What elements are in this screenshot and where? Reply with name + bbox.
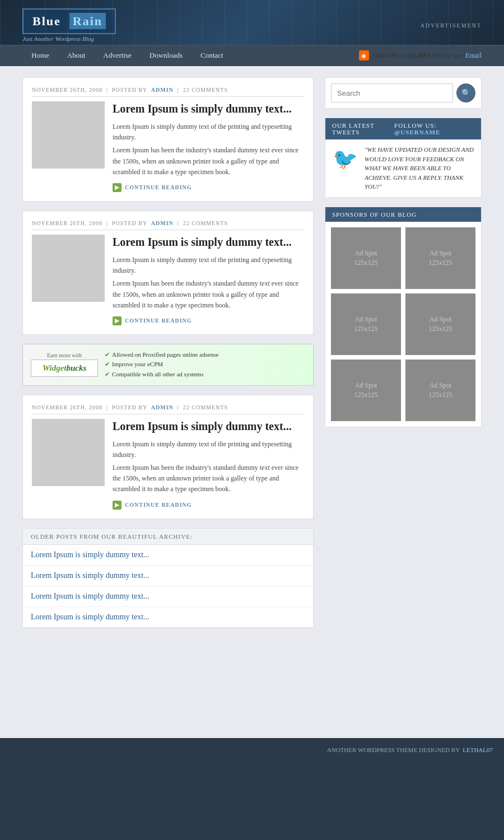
post-2-posted-by: POSTED BY (112, 220, 147, 226)
search-button[interactable]: 🔍 (456, 83, 475, 102)
post-3-continue[interactable]: ▶ CONTINUE READING (113, 501, 304, 510)
nav-item-contact[interactable]: Contact (192, 45, 232, 66)
logo-box[interactable]: Blue Rain (22, 8, 116, 34)
arrow-icon-1: ▶ (113, 183, 122, 192)
arrow-icon-3: ▶ (113, 501, 122, 510)
header: Blue Rain Just Another Wordpress Blog AD… (0, 0, 504, 45)
logo-container: Blue Rain Just Another Wordpress Blog (22, 8, 116, 42)
post-2-thumbnail (32, 235, 105, 302)
main-wrapper: NOVEMBER 26TH, 2008 | POSTED BY ADMIN | … (0, 66, 504, 738)
post-3-thumbnail (32, 419, 105, 486)
logo-text: Blue Rain (32, 14, 106, 29)
search-input[interactable] (331, 83, 453, 102)
post-2-title[interactable]: Lorem Ipsum is simply dummy text... (113, 235, 304, 249)
post-3-author[interactable]: ADMIN (151, 404, 174, 410)
post-1-excerpt1: Lorem Ipsum is simply dummy text of the … (113, 122, 304, 143)
sidebar: 🔍 OUR LATEST TWEETS FOLLOW US: @USERNAME… (325, 77, 482, 637)
post-2-text: Lorem Ipsum is simply dummy text... Lore… (113, 235, 304, 325)
post-2-continue[interactable]: ▶ CONTINUE READING (113, 316, 304, 325)
search-icon: 🔍 (461, 88, 471, 97)
ad-spot-4[interactable]: Ad Spot125x125 (405, 293, 475, 355)
ad-spot-5[interactable]: Ad Spot125x125 (331, 360, 401, 421)
nav-item-advertise[interactable]: Advertise (94, 45, 141, 66)
ad-banner-bullets: ✔Allowed on Proxified pages unline adsen… (105, 350, 218, 380)
tweet-text: "WE HAVE UPDATED OUR DESIGN AND WOULD LO… (365, 145, 475, 192)
post-3-date: NOVEMBER 26TH, 2008 (32, 404, 102, 410)
ad-bullet-3: ✔Compatible with all other ad systems (105, 370, 218, 380)
ad-spot-1[interactable]: Ad Spot125x125 (331, 227, 401, 289)
widgetbucks-logo: Widgetbucks (31, 360, 98, 377)
tweets-header: OUR LATEST TWEETS FOLLOW US: @USERNAME (325, 118, 481, 139)
archive-item-4[interactable]: Lorem Ipsum is simply dummy text... (23, 607, 313, 627)
post-2-excerpt1: Lorem Ipsum is simply dummy text of the … (113, 255, 304, 276)
follow-prefix: FOLLOW US: (394, 122, 437, 129)
post-1-excerpt2: Lorem Ipsum has been the industry's stan… (113, 145, 304, 178)
email-link[interactable]: Email (465, 52, 482, 60)
nav-item-downloads[interactable]: Downloads (141, 45, 192, 66)
archive-item-3[interactable]: Lorem Ipsum is simply dummy text... (23, 586, 313, 607)
post-1-continue[interactable]: ▶ CONTINUE READING (113, 183, 304, 192)
post-3: NOVEMBER 26TH, 2008 | POSTED BY ADMIN | … (22, 395, 314, 519)
content-area: NOVEMBER 26TH, 2008 | POSTED BY ADMIN | … (11, 66, 493, 648)
search-area: 🔍 (325, 78, 481, 108)
post-3-body: Lorem Ipsum is simply dummy text... Lore… (32, 419, 304, 510)
post-2-date: NOVEMBER 26TH, 2008 (32, 220, 102, 226)
ad-spot-3[interactable]: Ad Spot125x125 (331, 293, 401, 355)
post-2-comments: 22 COMMENTS (183, 220, 228, 226)
archive-item-2[interactable]: Lorem Ipsum is simply dummy text... (23, 566, 313, 586)
archive-item-1[interactable]: Lorem Ipsum is simply dummy text... (23, 545, 313, 566)
archive-header: OLDER POSTS FROM OUR BEAUTIFUL ARCHIVE: (23, 529, 313, 545)
tweets-widget: OUR LATEST TWEETS FOLLOW US: @USERNAME 🐦… (325, 118, 482, 198)
post-1-meta: NOVEMBER 26TH, 2008 | POSTED BY ADMIN | … (32, 87, 304, 97)
post-3-comments: 22 COMMENTS (183, 404, 228, 410)
sponsors-header: SPONSORS OF OUR BLOG (325, 207, 481, 222)
post-3-title[interactable]: Lorem Ipsum is simply dummy text... (113, 419, 304, 433)
ad-label: ADVERTISEMENT (421, 22, 482, 29)
logo-tagline: Just Another Wordpress Blog (22, 35, 116, 42)
rss-icon: ◉ (359, 50, 369, 60)
subscribe-text: Subscribe to this RSS feed or use (372, 52, 463, 60)
ad-spot-6[interactable]: Ad Spot125x125 (405, 360, 475, 421)
tweet-body: 🐦 "WE HAVE UPDATED OUR DESIGN AND WOULD … (325, 139, 481, 197)
post-2-body: Lorem Ipsum is simply dummy text... Lore… (32, 235, 304, 325)
footer: ANOTHER WORDPRESS THEME DESIGNED BY LETH… (0, 738, 504, 761)
search-widget: 🔍 (325, 77, 482, 109)
post-2: NOVEMBER 26TH, 2008 | POSTED BY ADMIN | … (22, 211, 314, 335)
sponsors-widget: SPONSORS OF OUR BLOG Ad Spot125x125 Ad S… (325, 207, 482, 427)
archive-section: OLDER POSTS FROM OUR BEAUTIFUL ARCHIVE: … (22, 528, 314, 628)
ad-spot-2[interactable]: Ad Spot125x125 (405, 227, 475, 289)
nav-item-home[interactable]: Home (22, 45, 58, 66)
post-1-posted-by: POSTED BY (112, 87, 147, 93)
ad-bullet-2: ✔Improve your eCPM (105, 360, 218, 370)
post-1-text: Lorem Ipsum is simply dummy text... Lore… (113, 101, 304, 192)
footer-text: ANOTHER WORDPRESS THEME DESIGNED BY (327, 746, 460, 753)
post-3-excerpt2: Lorem Ipsum has been the industry's stan… (113, 463, 304, 495)
post-1-comments: 22 COMMENTS (183, 87, 228, 93)
post-1-body: Lorem Ipsum is simply dummy text... Lore… (32, 101, 304, 192)
subscribe-area: ◉ Subscribe to this RSS feed or use Emai… (359, 50, 482, 60)
nav-item-about[interactable]: About (58, 45, 95, 66)
post-1-title[interactable]: Lorem Ipsum is simply dummy text... (113, 101, 304, 116)
sponsors-grid: Ad Spot125x125 Ad Spot125x125 Ad Spot125… (325, 222, 481, 427)
arrow-icon-2: ▶ (113, 316, 122, 325)
post-3-posted-by: POSTED BY (112, 404, 147, 410)
navbar: Home About Advertise Downloads Contact ◉… (0, 45, 504, 66)
post-3-excerpt1: Lorem Ipsum is simply dummy text of the … (113, 439, 304, 460)
post-2-author[interactable]: ADMIN (151, 220, 174, 226)
post-1-thumbnail (32, 101, 105, 169)
post-2-meta: NOVEMBER 26TH, 2008 | POSTED BY ADMIN | … (32, 220, 304, 230)
post-3-text: Lorem Ipsum is simply dummy text... Lore… (113, 419, 304, 510)
post-1: NOVEMBER 26TH, 2008 | POSTED BY ADMIN | … (22, 77, 314, 202)
twitter-bird-icon: 🐦 (331, 145, 359, 173)
post-1-author[interactable]: ADMIN (151, 87, 174, 93)
earn-text: Earn more with (31, 352, 98, 358)
nav-links: Home About Advertise Downloads Contact (22, 45, 232, 66)
footer-author[interactable]: LETHAL07 (463, 746, 493, 753)
follow-us: FOLLOW US: @USERNAME (394, 122, 474, 136)
ad-bullet-1: ✔Allowed on Proxified pages unline adsen… (105, 350, 218, 360)
ad-banner[interactable]: Earn more with Widgetbucks ✔Allowed on P… (22, 344, 314, 386)
twitter-username[interactable]: @USERNAME (394, 129, 440, 136)
tweets-header-label: OUR LATEST TWEETS (332, 122, 394, 136)
post-3-meta: NOVEMBER 26TH, 2008 | POSTED BY ADMIN | … (32, 404, 304, 414)
post-1-date: NOVEMBER 26TH, 2008 (32, 87, 102, 93)
